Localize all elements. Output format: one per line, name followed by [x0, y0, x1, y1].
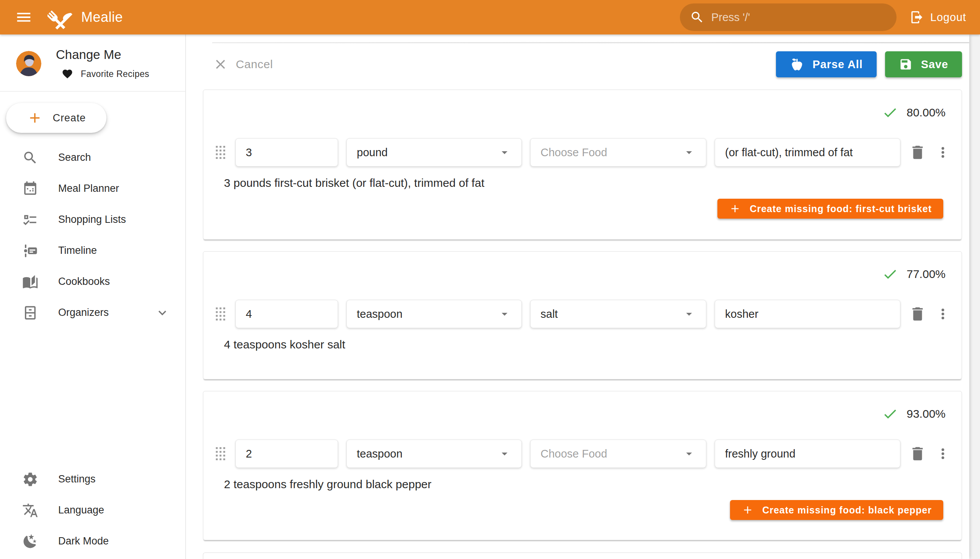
chevron-down-icon: [155, 305, 170, 321]
search-placeholder: Press '/': [711, 11, 750, 24]
sidebar-divider: [0, 91, 185, 91]
sidebar-item-label: Settings: [58, 473, 96, 485]
note-input[interactable]: kosher: [715, 300, 901, 328]
sidebar-item-cookbooks[interactable]: Cookbooks: [0, 266, 185, 297]
menu-down-icon: [682, 146, 696, 159]
quantity-input[interactable]: 3: [235, 138, 338, 167]
apple-icon: [790, 57, 804, 71]
sidebar-item-search[interactable]: Search: [0, 142, 185, 173]
menu-down-icon: [682, 307, 696, 321]
delete-ingredient-button[interactable]: [909, 445, 926, 463]
food-select[interactable]: salt: [530, 300, 706, 328]
heart-icon: [62, 68, 73, 79]
save-button[interactable]: Save: [885, 51, 962, 77]
unit-select[interactable]: pound: [347, 138, 522, 167]
trash-icon: [909, 305, 926, 323]
kebab-menu-icon: [935, 306, 951, 322]
sidebar-item-shopping-lists[interactable]: Shopping Lists: [0, 204, 185, 235]
hamburger-menu-icon[interactable]: [13, 7, 35, 28]
sidebar-item-label: Organizers: [58, 307, 109, 319]
delete-ingredient-button[interactable]: [909, 305, 926, 323]
app-title: Mealie: [81, 9, 123, 25]
delete-ingredient-button[interactable]: [909, 144, 926, 161]
quantity-value: 4: [246, 308, 252, 321]
top-app-bar: Mealie Press '/' Logout: [0, 0, 980, 35]
ingredient-input-row: 3 pound Choose Food (or flat-cut), trimm…: [214, 138, 951, 167]
quantity-value: 3: [246, 146, 252, 159]
sidebar-item-organizers[interactable]: Organizers: [0, 297, 185, 328]
file-cabinet-icon: [22, 305, 38, 321]
original-ingredient-text: 4 teaspoons kosher salt: [224, 338, 951, 351]
sidebar-item-language[interactable]: Language: [0, 495, 185, 526]
ingredient-input-row: 4 teaspoon salt kosher: [214, 300, 951, 328]
sidebar-item-label: Cookbooks: [58, 276, 110, 288]
open-book-icon: [22, 274, 38, 290]
quantity-input[interactable]: 4: [235, 300, 338, 328]
logout-button[interactable]: Logout: [910, 10, 966, 25]
create-button[interactable]: Create: [6, 103, 106, 133]
sidebar-item-meal-planner[interactable]: Meal Planner: [0, 173, 185, 204]
confidence-row: 77.00%: [214, 266, 945, 282]
sidebar-item-timeline[interactable]: Timeline: [0, 235, 185, 266]
plus-icon: [729, 203, 741, 215]
gear-icon: [22, 471, 38, 488]
quantity-input[interactable]: 2: [235, 440, 338, 468]
note-input[interactable]: (or flat-cut), trimmed of fat: [715, 138, 901, 167]
sidebar-item-label: Meal Planner: [58, 183, 119, 195]
confidence-value: 93.00%: [907, 407, 945, 420]
sidebar-item-label: Shopping Lists: [58, 213, 126, 225]
ingredient-menu-button[interactable]: [935, 306, 951, 322]
create-label: Create: [53, 112, 86, 124]
trash-icon: [909, 144, 926, 161]
ingredient-cards: 80.00% 3 pound Choose Food (or flat-cut)…: [203, 89, 962, 540]
ingredient-card: 80.00% 3 pound Choose Food (or flat-cut)…: [203, 89, 962, 240]
create-missing-food-button[interactable]: Create missing food: first-cut brisket: [717, 199, 943, 218]
search-input[interactable]: Press '/': [680, 3, 897, 31]
ingredient-input-row: 2 teaspoon Choose Food freshly ground: [214, 440, 951, 468]
logout-label: Logout: [930, 11, 966, 24]
food-value: salt: [540, 308, 558, 321]
parse-all-label: Parse All: [813, 58, 863, 71]
sidebar-item-dark-mode[interactable]: Dark Mode: [0, 526, 185, 557]
parse-all-button[interactable]: Parse All: [776, 51, 877, 77]
drag-handle-icon[interactable]: [214, 144, 227, 161]
parser-toolbar: Cancel Parse All Save: [213, 51, 962, 77]
ingredient-menu-button[interactable]: [935, 144, 951, 160]
drag-handle-icon[interactable]: [214, 305, 227, 323]
food-select[interactable]: Choose Food: [530, 440, 706, 468]
original-ingredient-text: 2 teaspoons freshly ground black pepper: [224, 478, 951, 491]
plus-icon: [742, 504, 754, 516]
drag-handle-icon[interactable]: [214, 445, 227, 463]
note-value: (or flat-cut), trimmed of fat: [725, 146, 853, 159]
confidence-value: 77.00%: [907, 268, 945, 281]
food-placeholder: Choose Food: [540, 448, 607, 460]
menu-down-icon: [497, 146, 511, 159]
avatar: [16, 51, 41, 76]
unit-select[interactable]: teaspoon: [347, 300, 522, 328]
sidebar-item-settings[interactable]: Settings: [0, 464, 185, 495]
note-value: freshly ground: [725, 448, 795, 460]
ingredient-menu-button[interactable]: [935, 446, 951, 462]
unit-value: teaspoon: [357, 448, 402, 460]
ingredient-card: 93.00% 2 teaspoon Choose Food freshly gr…: [203, 391, 962, 540]
create-missing-food-label: Create missing food: first-cut brisket: [750, 203, 932, 214]
original-ingredient-text: 3 pounds first-cut brisket (or flat-cut)…: [224, 177, 951, 190]
ingredient-parser-page: Cancel Parse All Save 80.00% 3 p: [186, 35, 969, 559]
plus-icon: [27, 110, 43, 126]
save-icon: [899, 58, 912, 71]
scrolled-card-edge: [212, 42, 969, 43]
create-missing-food-button[interactable]: Create missing food: black pepper: [730, 500, 943, 520]
confidence-row: 93.00%: [214, 406, 945, 422]
cancel-button[interactable]: Cancel: [213, 57, 273, 72]
user-profile-block[interactable]: Change Me Favorite Recipes: [0, 35, 185, 91]
food-select[interactable]: Choose Food: [530, 138, 706, 167]
logout-icon: [910, 10, 924, 25]
user-name: Change Me: [56, 48, 149, 62]
note-input[interactable]: freshly ground: [715, 440, 901, 468]
sidebar-item-label: Search: [58, 152, 91, 164]
ingredient-card: 77.00% 4 teaspoon salt kosher: [203, 251, 962, 379]
magnify-icon: [22, 150, 38, 166]
favorite-recipes-link[interactable]: Favorite Recipes: [62, 68, 149, 79]
sidebar-item-label: Language: [58, 504, 104, 516]
unit-select[interactable]: teaspoon: [347, 440, 522, 468]
